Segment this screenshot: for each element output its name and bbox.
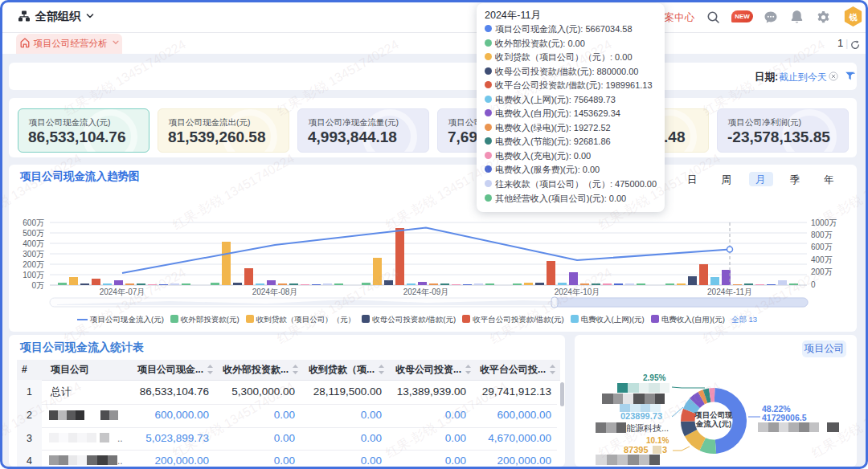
svg-text:0: 0 (811, 280, 816, 289)
svg-text:200万: 200万 (811, 267, 833, 276)
svg-text:600万: 600万 (23, 218, 44, 227)
svg-text:2024年-11月: 2024年-11月 (707, 288, 752, 296)
svg-text:200万: 200万 (23, 260, 44, 269)
svg-text:500万: 500万 (23, 229, 44, 238)
svg-text:2024年-10月: 2024年-10月 (555, 288, 600, 296)
svg-text:2024年-07月: 2024年-07月 (100, 288, 145, 296)
svg-text:锐: 锐 (848, 13, 858, 22)
svg-text:100万: 100万 (23, 271, 44, 279)
svg-text:2024年-09月: 2024年-09月 (403, 288, 449, 296)
svg-text:2024年-08月: 2024年-08月 (252, 288, 298, 296)
svg-text:1000万: 1000万 (811, 218, 837, 227)
svg-text:600万: 600万 (811, 243, 833, 251)
svg-text:0万: 0万 (31, 281, 44, 290)
svg-text:400万: 400万 (23, 239, 44, 248)
svg-text:800万: 800万 (811, 230, 833, 239)
svg-text:400万: 400万 (811, 255, 833, 264)
svg-text:300万: 300万 (23, 250, 44, 259)
